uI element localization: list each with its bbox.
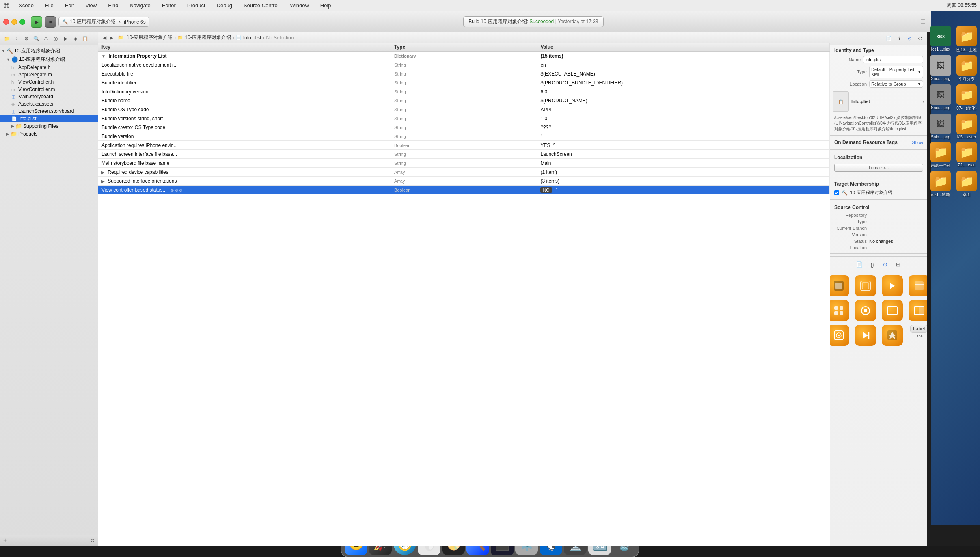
- scheme-selector[interactable]: 🔨 10-应用程序对象介绍 › iPhone 6s: [58, 17, 149, 27]
- source-control-menu[interactable]: Source Control: [241, 2, 281, 9]
- rp-identity-btn[interactable]: ⊙: [905, 34, 914, 43]
- name-input[interactable]: [863, 56, 923, 63]
- collapse-icon[interactable]: ▼: [101, 54, 106, 58]
- widget-item-1[interactable]: [830, 275, 851, 298]
- stop-button[interactable]: ■: [45, 16, 56, 28]
- sidebar-issue-btn[interactable]: ⚠: [41, 34, 50, 43]
- sidebar-item-appdelegate-m[interactable]: m AppDelegate.m: [0, 71, 98, 78]
- debug-menu[interactable]: Debug: [214, 2, 235, 9]
- table-row[interactable]: Bundle identifier String $(PRODUCT_BUNDL…: [98, 78, 830, 87]
- collapse-icon[interactable]: ▶: [101, 170, 105, 175]
- sidebar-debug-btn[interactable]: ▶: [61, 34, 70, 43]
- rp-file-btn[interactable]: 📄: [884, 34, 893, 43]
- rp-history-btn[interactable]: ⏱: [916, 34, 925, 43]
- sidebar-item-supporting[interactable]: ▶ 📁 Supporting Files: [0, 122, 98, 130]
- table-row[interactable]: ▶ Required device capabilities Array (1 …: [98, 168, 830, 177]
- collapse-icon[interactable]: ▶: [101, 179, 105, 184]
- add-file-button[interactable]: +: [3, 537, 7, 544]
- widget-item-3[interactable]: [880, 275, 904, 298]
- localize-button[interactable]: Localize...: [834, 164, 923, 172]
- rp-identity-active-btn[interactable]: ⊙: [880, 259, 891, 270]
- sidebar-item-launchscreen[interactable]: ◫ LaunchScreen.storyboard: [0, 108, 98, 115]
- sidebar-item-products[interactable]: ▶ 📁 Products: [0, 130, 98, 138]
- sidebar-item-viewcontroller-m[interactable]: m ViewController.m: [0, 86, 98, 93]
- bool-stepper-up[interactable]: ⌃: [552, 142, 557, 149]
- table-row[interactable]: Executable file String $(EXECUTABLE_NAME…: [98, 69, 830, 78]
- table-row[interactable]: Localization native development r... Str…: [98, 60, 830, 69]
- table-row[interactable]: Bundle versions string, short String 1.0: [98, 114, 830, 123]
- window-menu[interactable]: Window: [288, 2, 311, 9]
- type-selector[interactable]: Default - Property List XML ▼: [869, 66, 923, 78]
- table-row[interactable]: Bundle OS Type code String APPL: [98, 105, 830, 114]
- xcode-menu[interactable]: Xcode: [16, 2, 36, 9]
- sidebar-item-target[interactable]: ▼ 🔵 10-应用程序对象介绍: [0, 55, 98, 64]
- forward-button[interactable]: ▶: [108, 34, 114, 41]
- table-row[interactable]: Bundle creator OS Type code String ????: [98, 123, 830, 132]
- sidebar-test-btn[interactable]: ◎: [51, 34, 60, 43]
- rp-info-btn[interactable]: ℹ: [895, 34, 904, 43]
- table-row[interactable]: Main storyboard file base name String Ma…: [98, 159, 830, 168]
- widget-item-7[interactable]: [880, 300, 904, 322]
- rp-new-file-btn[interactable]: 📄: [854, 259, 865, 270]
- sidebar-folder-btn[interactable]: 📁: [2, 34, 11, 43]
- target-checkbox[interactable]: [834, 190, 839, 195]
- reveal-in-finder-btn[interactable]: →: [920, 99, 925, 105]
- widget-item-6[interactable]: [853, 300, 878, 322]
- sidebar-item-appdelegate-h[interactable]: h AppDelegate.h: [0, 64, 98, 71]
- sidebar-symbol-btn[interactable]: ⊕: [22, 34, 31, 43]
- breadcrumb-file[interactable]: Info.plist: [243, 35, 261, 41]
- find-menu[interactable]: Find: [106, 2, 121, 9]
- table-row[interactable]: ▶ Supported interface orientations Array…: [98, 177, 830, 186]
- table-row[interactable]: View controller-based status... ⊕ ⊖ ⊙ Bo…: [98, 186, 830, 194]
- rp-brackets-btn[interactable]: {}: [867, 259, 878, 270]
- sidebar-report-btn[interactable]: 📋: [80, 34, 89, 43]
- table-row[interactable]: Application requires iPhone envir... Boo…: [98, 141, 830, 150]
- table-row[interactable]: Launch screen interface file base... Str…: [98, 150, 830, 159]
- table-row[interactable]: Bundle version String 1: [98, 132, 830, 141]
- file-menu[interactable]: File: [43, 2, 56, 9]
- product-menu[interactable]: Product: [185, 2, 208, 9]
- widget-item-2[interactable]: [853, 275, 878, 298]
- desktop-icon-snip2[interactable]: 🖼 Snip....png: [929, 84, 952, 111]
- sidebar-breakpoint-btn[interactable]: ◈: [71, 34, 80, 43]
- breadcrumb-selection[interactable]: No Selection: [266, 35, 294, 41]
- desktop-icon-unnamed[interactable]: 📁 未命···件夹: [929, 142, 952, 168]
- widget-item-8[interactable]: [907, 300, 928, 322]
- table-row[interactable]: ▼ Information Property List Dictionary (…: [98, 52, 830, 60]
- widget-item-label[interactable]: Label Label: [907, 325, 928, 347]
- desktop-icon-desktop[interactable]: 📁 桌面: [955, 171, 978, 198]
- table-row[interactable]: InfoDictionary version String 6.0: [98, 87, 830, 96]
- desktop-icon-ksi[interactable]: 📁 KSI...aster: [955, 114, 978, 139]
- desktop-icon-folder1[interactable]: 📁 图13...业堆: [955, 26, 978, 53]
- run-button[interactable]: ▶: [31, 16, 42, 28]
- breadcrumb-group[interactable]: 10-应用程序对象介绍: [185, 34, 231, 41]
- sidebar-item-viewcontroller-h[interactable]: h ViewController.h: [0, 78, 98, 86]
- navigate-menu[interactable]: Navigate: [127, 2, 153, 9]
- table-row[interactable]: Bundle name String $(PRODUCT_NAME): [98, 96, 830, 105]
- widget-item-4[interactable]: [907, 275, 928, 298]
- widget-item-5[interactable]: [830, 300, 851, 322]
- view-menu[interactable]: View: [83, 2, 99, 9]
- sidebar-git-btn[interactable]: ↕: [12, 34, 21, 43]
- desktop-icon-folder2[interactable]: 📁 车丹分享: [955, 55, 978, 82]
- widget-item-10[interactable]: [853, 325, 878, 347]
- sidebar-item-info-plist[interactable]: 📄 Info.plist: [0, 115, 98, 122]
- show-button[interactable]: Show: [912, 140, 923, 145]
- sidebar-find-btn[interactable]: 🔍: [32, 34, 41, 43]
- sidebar-item-project-root[interactable]: ▼ 🔨 10-应用程序对象介绍: [0, 47, 98, 55]
- desktop-icon-zjl[interactable]: 📁 ZJL...etail: [955, 142, 978, 168]
- back-button[interactable]: ◀: [101, 34, 108, 41]
- desktop-icon-xlsx[interactable]: xlsx ios1....xlsx: [929, 26, 952, 53]
- navigator-toggle[interactable]: ☰: [917, 17, 928, 27]
- desktop-icon-folder3[interactable]: 📁 07-···(优化): [955, 84, 978, 111]
- fullscreen-button[interactable]: [19, 19, 25, 25]
- breadcrumb-project[interactable]: 10-应用程序对象介绍: [127, 34, 173, 41]
- desktop-icon-snip3[interactable]: 🖼 Snip....png: [929, 114, 952, 139]
- edit-menu[interactable]: Edit: [63, 2, 76, 9]
- apple-menu[interactable]: ⌘: [3, 2, 10, 9]
- help-menu[interactable]: Help: [318, 2, 334, 9]
- editor-menu[interactable]: Editor: [160, 2, 178, 9]
- desktop-icon-snip1[interactable]: 🖼 Snip....png: [929, 55, 952, 82]
- desktop-icon-ios-exam[interactable]: 📁 ios1...试题: [929, 171, 952, 198]
- location-selector[interactable]: Relative to Group ▼: [869, 80, 923, 88]
